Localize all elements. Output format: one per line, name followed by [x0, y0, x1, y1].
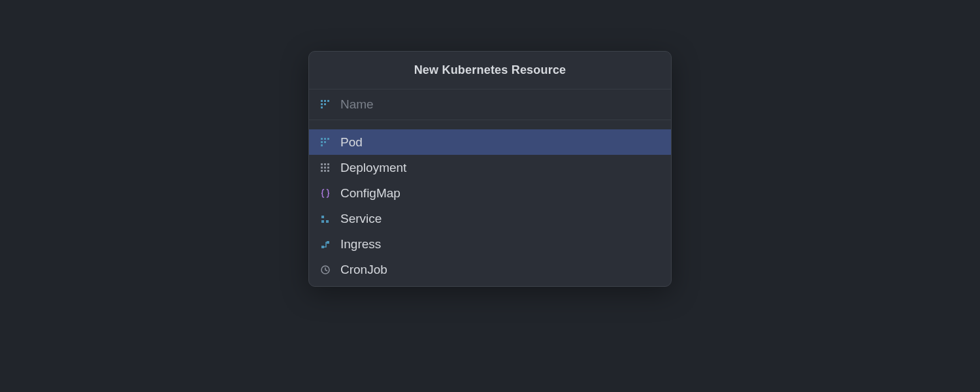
name-input[interactable]	[340, 97, 661, 112]
svg-rect-24	[321, 246, 324, 248]
resource-label: Ingress	[340, 238, 381, 250]
resource-label: Deployment	[340, 161, 406, 174]
svg-rect-0	[321, 100, 323, 102]
svg-rect-8	[327, 138, 329, 140]
dialog-title: New Kubernetes Resource	[309, 63, 671, 77]
svg-rect-23	[326, 220, 329, 223]
svg-rect-15	[321, 167, 323, 169]
grid-gray-icon	[319, 162, 331, 174]
resource-item-configmap[interactable]: ConfigMap	[309, 180, 671, 206]
ingress-icon	[319, 238, 331, 250]
svg-rect-20	[327, 170, 329, 172]
svg-rect-9	[321, 141, 323, 143]
svg-rect-2	[327, 100, 329, 102]
resource-label: ConfigMap	[340, 187, 400, 199]
svg-rect-12	[321, 163, 323, 165]
svg-rect-13	[324, 163, 326, 165]
svg-rect-25	[327, 241, 329, 244]
svg-rect-21	[321, 216, 324, 218]
resource-label: Service	[340, 212, 382, 225]
svg-rect-7	[324, 138, 326, 140]
resource-item-ingress[interactable]: Ingress	[309, 231, 671, 257]
svg-rect-17	[327, 167, 329, 169]
clock-icon	[319, 264, 331, 276]
svg-rect-5	[321, 106, 323, 108]
svg-rect-6	[321, 138, 323, 140]
svg-rect-18	[321, 170, 323, 172]
svg-rect-16	[324, 167, 326, 169]
grid-icon	[319, 137, 331, 148]
svg-rect-3	[321, 103, 323, 105]
resource-item-deployment[interactable]: Deployment	[309, 155, 671, 180]
braces-icon	[319, 188, 331, 199]
dialog-header: New Kubernetes Resource	[309, 52, 671, 90]
resource-item-cronjob[interactable]: CronJob	[309, 257, 671, 282]
svg-rect-14	[327, 163, 329, 165]
grid-icon	[319, 99, 331, 110]
svg-rect-11	[321, 144, 323, 146]
name-input-row	[309, 90, 671, 120]
svg-rect-10	[324, 141, 326, 143]
resource-list: Pod Deployment	[309, 120, 671, 286]
resource-item-pod[interactable]: Pod	[309, 129, 671, 155]
svg-rect-19	[324, 170, 326, 172]
svg-rect-22	[321, 220, 324, 223]
resource-label: CronJob	[340, 263, 387, 276]
svg-rect-1	[324, 100, 326, 102]
resource-item-service[interactable]: Service	[309, 206, 671, 231]
service-icon	[319, 213, 331, 225]
new-kubernetes-resource-dialog: New Kubernetes Resource	[308, 51, 672, 287]
svg-rect-4	[324, 103, 326, 105]
resource-label: Pod	[340, 136, 363, 148]
